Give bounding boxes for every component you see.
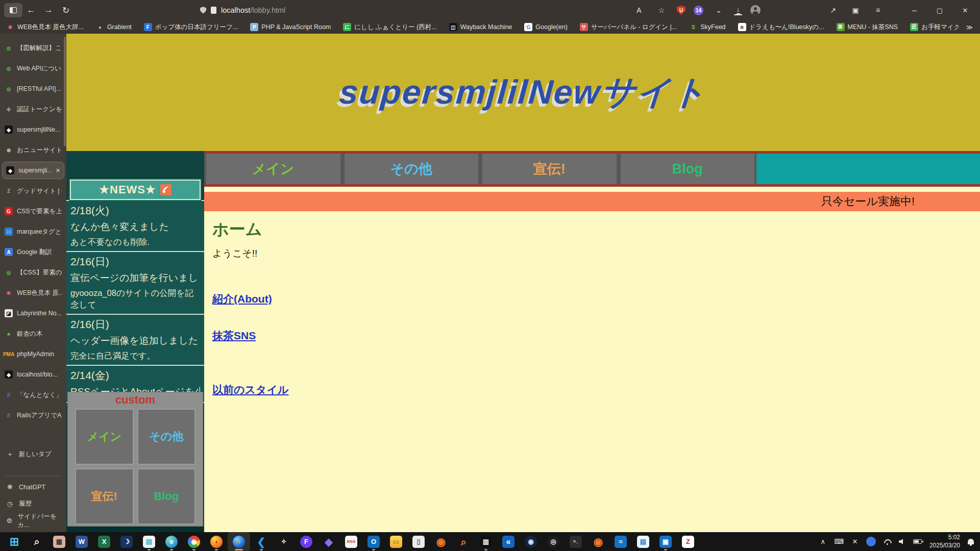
- sidebar-item-chatgpt[interactable]: ❋ ChatGPT: [0, 479, 66, 495]
- taskbar-app-icon[interactable]: ☽: [115, 532, 138, 551]
- taskbar-app-icon[interactable]: ◎: [542, 532, 565, 551]
- sidebar-item-history[interactable]: ◷ 履歴: [0, 495, 66, 512]
- site-nav-button[interactable]: メイン: [206, 154, 340, 184]
- tab-close-icon[interactable]: ✕: [56, 167, 60, 174]
- taskbar-app-icon[interactable]: ◉: [587, 532, 609, 551]
- taskbar-app-icon[interactable]: ▣: [654, 532, 677, 551]
- taskbar-app-icon[interactable]: e: [160, 532, 183, 551]
- tray-x-icon[interactable]: ✕: [851, 538, 859, 545]
- bookmark-item[interactable]: F ポップ体の日本語フリーフ...: [144, 23, 238, 32]
- sidebar-tab[interactable]: // 「なんとなく」で...: [0, 385, 66, 405]
- sidebar-tab[interactable]: ◎ [RESTful API]...: [0, 79, 66, 99]
- taskbar-clock[interactable]: 5:02 2025/03/20: [929, 534, 960, 549]
- custom-nav-cell[interactable]: 宣伝!: [75, 468, 134, 524]
- bookmark-item[interactable]: サ サーバーパネル - ログイン |...: [580, 23, 677, 32]
- tray-chevron-up-icon[interactable]: ∧: [819, 538, 826, 545]
- taskbar-app-icon[interactable]: F: [295, 532, 317, 551]
- tray-keyboard-icon[interactable]: ⌨: [834, 538, 844, 545]
- extension-badge[interactable]: 14: [694, 6, 703, 15]
- taskbar-app-icon[interactable]: ▦: [48, 532, 70, 551]
- sidebar-tab[interactable]: [0, 425, 66, 446]
- taskbar-app-icon[interactable]: ◉: [430, 532, 452, 551]
- taskbar-app-icon[interactable]: ◆: [317, 532, 340, 551]
- translate-icon[interactable]: A: [632, 3, 646, 18]
- taskbar-app-icon[interactable]: ⊞: [3, 532, 26, 551]
- taskbar-app-icon[interactable]: ⌕: [452, 532, 475, 551]
- bookmark-item[interactable]: 匠 お手軽マイクロブログCGI|...: [910, 23, 959, 32]
- link-about[interactable]: 紹介(About): [212, 292, 272, 306]
- sidebar-tab[interactable]: ◈ supersmjli... ✕: [2, 162, 64, 179]
- sidebar-tab[interactable]: ❋ WEB色見本 原...: [0, 283, 66, 303]
- taskbar-app-icon[interactable]: RSS: [340, 532, 362, 551]
- bookmark-item[interactable]: S SkyFeed: [689, 23, 725, 31]
- sidebar-tab[interactable]: ◪ Labyrinthe No...: [0, 303, 66, 323]
- sidebar-item-customize[interactable]: ⚙ サイドバーをカ...: [0, 512, 66, 529]
- rss-icon[interactable]: [160, 184, 172, 195]
- bookmarks-overflow-icon[interactable]: ≫: [959, 23, 980, 31]
- profile-avatar-icon[interactable]: [750, 5, 761, 15]
- bookmark-item[interactable]: P PHP & JavaScript Room: [250, 23, 331, 31]
- minimize-button[interactable]: ─: [905, 3, 923, 18]
- wifi-icon[interactable]: [884, 539, 891, 545]
- site-nav-button[interactable]: Blog: [621, 154, 755, 184]
- bookmark-item[interactable]: ❋ WEB色見本 原色大辞...: [6, 23, 84, 32]
- extension-icon[interactable]: ⌄: [712, 3, 726, 18]
- sidebar-tab[interactable]: ◈ supersmjlilNe...: [0, 119, 66, 140]
- taskbar-app-icon[interactable]: X: [93, 532, 115, 551]
- bookmark-item[interactable]: ● Grabient: [96, 23, 132, 31]
- taskbar-app-icon[interactable]: >_: [565, 532, 587, 551]
- site-nav-button[interactable]: その他: [345, 154, 479, 184]
- sidebar-tab[interactable]: ⊕ おニューサイト: [0, 140, 66, 160]
- taskbar-app-icon[interactable]: ≈: [609, 532, 632, 551]
- notification-bell-icon[interactable]: [968, 539, 974, 544]
- taskbar-app-icon[interactable]: ◖: [228, 532, 250, 551]
- custom-nav-cell[interactable]: その他: [137, 409, 196, 465]
- bookmark-item[interactable]: ◫ Wayback Machine: [449, 23, 512, 31]
- ublock-extension-icon[interactable]: U: [677, 6, 685, 15]
- site-nav-button[interactable]: 宣伝!: [482, 154, 617, 184]
- sidebar-tab[interactable]: PMA phpMyAdmin: [0, 344, 66, 364]
- bookmark-item[interactable]: G Google(en): [524, 23, 568, 31]
- taskbar-app-icon[interactable]: ◉: [520, 532, 542, 551]
- reload-button[interactable]: ↻: [57, 3, 75, 18]
- maximize-button[interactable]: ▢: [931, 3, 948, 18]
- vertical-tabs-toggle-button[interactable]: [4, 3, 22, 17]
- link-matcha-sns[interactable]: 抹茶SNS: [212, 329, 256, 343]
- bookmark-item[interactable]: 茶 MENU - 抹茶SNS: [837, 23, 898, 32]
- taskbar-app-icon[interactable]: ▤: [138, 532, 160, 551]
- downloads-icon[interactable]: ↓: [734, 5, 742, 15]
- taskbar-app-icon[interactable]: ▯: [407, 532, 430, 551]
- favorites-star-icon[interactable]: ☆: [654, 3, 669, 18]
- sidebar-tab[interactable]: ◎ 【CSS】要素の...: [0, 262, 66, 283]
- taskbar-app-icon[interactable]: W: [70, 532, 93, 551]
- collections-icon[interactable]: ▣: [848, 3, 863, 18]
- tracking-shield-icon[interactable]: [200, 7, 206, 14]
- sidebar-tab[interactable]: ♣ 銀杏の木: [0, 323, 66, 344]
- battery-icon[interactable]: [913, 539, 922, 544]
- sidebar-tab[interactable]: ◎ Web APIについ...: [0, 58, 66, 79]
- link-old-style[interactable]: 以前のスタイル: [212, 383, 288, 397]
- taskbar-app-icon[interactable]: Z: [677, 532, 699, 551]
- bookmark-item[interactable]: n ドラえも〜ん!Blueskyの...: [738, 23, 824, 32]
- taskbar-app-icon[interactable]: «: [497, 532, 520, 551]
- taskbar-app-icon[interactable]: ▤: [632, 532, 654, 551]
- sidebar-tab[interactable]: ◎ 【図解解説】こ...: [0, 38, 66, 58]
- sidebar-tab[interactable]: ∷ marqueeタグと...: [0, 221, 66, 242]
- taskbar-app-icon[interactable]: ▥: [475, 532, 497, 551]
- sidebar-tab[interactable]: G CSSで要素を上...: [0, 201, 66, 221]
- sidebar-tab[interactable]: A Google 翻訳: [0, 242, 66, 262]
- custom-nav-cell[interactable]: Blog: [137, 468, 196, 524]
- new-tab-button[interactable]: + 新しいタブ: [0, 446, 66, 463]
- taskbar-app-icon[interactable]: ✧: [273, 532, 295, 551]
- sidebar-tab[interactable]: ◈ localhost/blo...: [0, 364, 66, 385]
- sidebar-tab[interactable]: // RailsアプリでA...: [0, 405, 66, 425]
- forward-button[interactable]: →: [40, 3, 57, 18]
- share-icon[interactable]: ↗: [826, 3, 840, 18]
- tray-colored-circle-icon[interactable]: [866, 537, 876, 546]
- custom-nav-cell[interactable]: メイン: [75, 409, 134, 465]
- sidebar-tab[interactable]: Z グッドサイト | 個...: [0, 181, 66, 201]
- taskbar-app-icon[interactable]: ▭: [385, 532, 407, 551]
- sidebar-tab[interactable]: ✣ 認証トークンを...: [0, 99, 66, 119]
- settings-menu-icon[interactable]: ≡: [871, 3, 885, 18]
- speaker-icon[interactable]: [899, 539, 905, 545]
